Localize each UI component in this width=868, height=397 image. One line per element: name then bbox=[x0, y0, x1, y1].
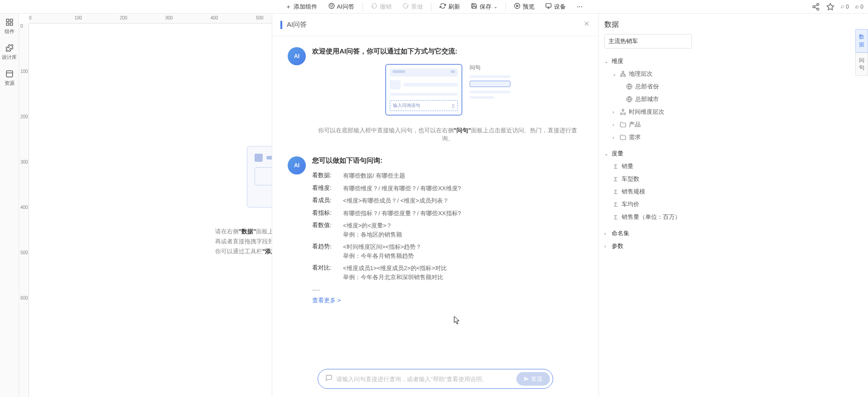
ruler-tick: 600 bbox=[20, 295, 28, 300]
more-button[interactable]: ⋯ bbox=[572, 1, 587, 12]
tree-item-label: 销售量（单位：百万） bbox=[622, 213, 681, 221]
parameters-header[interactable]: › 参数 bbox=[604, 240, 692, 252]
chevron-down-icon: ⌄ bbox=[613, 72, 617, 77]
sigma-icon: Σ bbox=[613, 201, 619, 208]
svg-point-8 bbox=[817, 3, 819, 5]
measure-model-count[interactable]: Σ 车型数 bbox=[604, 173, 692, 185]
header-accent-bar bbox=[280, 21, 282, 29]
device-button[interactable]: 设备 bbox=[541, 1, 570, 13]
undo-icon bbox=[371, 3, 378, 10]
save-label: 保存 bbox=[480, 3, 491, 11]
dim-hq-city[interactable]: 总部城市 bbox=[604, 93, 692, 106]
ai-illustration: 输入问询语句▯ 问句 bbox=[312, 64, 583, 116]
save-button[interactable]: 保存 ⌄ bbox=[466, 1, 502, 13]
star-icon[interactable] bbox=[826, 3, 834, 11]
svg-rect-16 bbox=[6, 23, 9, 25]
measures-header[interactable]: ⌄ 度量 bbox=[604, 147, 692, 160]
dim-product[interactable]: › 产品 bbox=[604, 118, 692, 131]
toolbar-separator bbox=[505, 3, 506, 11]
sigma-icon: Σ bbox=[613, 176, 619, 182]
chevron-down-icon: ⌄ bbox=[494, 4, 497, 9]
measures-section: ⌄ 度量 Σ 销量 Σ 车型数 Σ 销售规模 Σ 车均价 Σ 销售量（单位：百万… bbox=[604, 147, 692, 223]
close-button[interactable] bbox=[583, 20, 590, 29]
drop-zone[interactable]: 拖入字段 bbox=[255, 167, 272, 185]
ai-query-input[interactable] bbox=[336, 376, 516, 382]
measure-sales[interactable]: Σ 销量 bbox=[604, 160, 692, 173]
parameters-label: 参数 bbox=[612, 242, 623, 250]
dimensions-header[interactable]: ⌄ 维度 bbox=[604, 55, 692, 68]
chevron-right-icon: › bbox=[613, 110, 617, 115]
refresh-button[interactable]: 刷新 bbox=[435, 1, 465, 13]
chevron-right-icon: › bbox=[613, 122, 617, 127]
ruler-tick: 200 bbox=[20, 114, 28, 119]
measure-sales-volume[interactable]: Σ 销售量（单位：百万） bbox=[604, 211, 692, 223]
svg-point-1 bbox=[330, 5, 331, 5]
tree-item-label: 车型数 bbox=[622, 175, 639, 183]
ai-qa-button[interactable]: AI问答 bbox=[324, 1, 358, 13]
svg-rect-14 bbox=[6, 19, 9, 21]
sidebar-item-label: 资源 bbox=[5, 80, 15, 87]
ai-example-row: 看维度:有哪些维度？/ 维度有哪些？/ 有哪些XX维度? bbox=[312, 184, 583, 193]
canvas-inner[interactable]: 拖入字段 请在右侧"数据"面板上勾选字段，或者拖拽字段到这里生成图形组件上，再或… bbox=[29, 24, 272, 397]
share-icon[interactable] bbox=[812, 3, 820, 11]
illustration-input-label: 输入问询语句 bbox=[393, 102, 420, 109]
tree-item-label: 销量 bbox=[622, 162, 633, 170]
send-button[interactable]: 发送 bbox=[516, 372, 550, 386]
ai-example-row: 看指标:有哪些指标？/ 有哪些度量？/ 有哪些XX指标? bbox=[312, 209, 583, 218]
right-tab-query[interactable]: 问句 bbox=[855, 53, 868, 76]
ruler-tick: 500 bbox=[256, 15, 264, 20]
sidebar-item-design-lib[interactable]: 设计库 bbox=[0, 39, 19, 65]
comment-count: 0 bbox=[846, 4, 849, 10]
svg-marker-4 bbox=[516, 5, 518, 7]
measure-avg-price[interactable]: Σ 车均价 bbox=[604, 198, 692, 211]
ruler-tick: 0 bbox=[20, 24, 23, 29]
placeholder-icon bbox=[255, 154, 263, 162]
tree-item-label: 销售规模 bbox=[622, 188, 645, 196]
save-icon bbox=[471, 3, 477, 10]
right-tab-data[interactable]: 数据 bbox=[855, 29, 868, 53]
like-icon[interactable]: 0 bbox=[855, 3, 863, 11]
data-source-select[interactable]: 主流热销车 bbox=[604, 34, 692, 48]
ruler-vertical: 0 100 200 300 400 500 600 bbox=[19, 24, 29, 397]
svg-rect-5 bbox=[546, 4, 551, 7]
sigma-icon: Σ bbox=[613, 189, 619, 195]
undo-button[interactable]: 撤销 bbox=[367, 1, 396, 13]
dimensions-label: 维度 bbox=[612, 57, 623, 65]
ai-qa-label: AI问答 bbox=[337, 3, 354, 11]
svg-point-10 bbox=[817, 8, 819, 10]
canvas-area: 0 100 200 300 400 500 0 100 200 300 400 … bbox=[19, 14, 272, 397]
globe-icon bbox=[626, 96, 633, 102]
dim-geo-hierarchy[interactable]: ⌄ 地理层次 bbox=[604, 68, 692, 80]
sidebar-item-resources[interactable]: 资源 bbox=[0, 65, 19, 91]
ellipsis: ..... bbox=[312, 285, 583, 292]
close-icon bbox=[583, 20, 590, 27]
add-component-button[interactable]: ＋ 添加组件 bbox=[281, 1, 322, 13]
ai-icon bbox=[328, 3, 334, 10]
tree-item-label: 时间维度层次 bbox=[629, 108, 664, 116]
preview-button[interactable]: 预览 bbox=[510, 1, 539, 13]
named-sets-header[interactable]: › 命名集 bbox=[604, 227, 692, 240]
tree-item-label: 需求 bbox=[629, 133, 641, 141]
hierarchy-icon bbox=[620, 109, 626, 115]
ai-example-row: 看成员:<维度>有哪些成员？/ <维度>成员列表？ bbox=[312, 196, 583, 205]
dim-hq-province[interactable]: 总部省份 bbox=[604, 80, 692, 93]
top-toolbar: ＋ 添加组件 AI问答 撤销 重做 刷新 bbox=[0, 0, 868, 14]
ai-panel-body: AI 欢迎使用AI问答，你可以通过如下方式与它交流: 输入问询语句▯ 问句 bbox=[272, 36, 598, 370]
ai-avatar-icon: AI bbox=[288, 47, 306, 65]
see-more-link[interactable]: 查看更多 > bbox=[312, 296, 583, 305]
measure-sales-scale[interactable]: Σ 销售规模 bbox=[604, 185, 692, 198]
folder-icon bbox=[620, 134, 626, 140]
sigma-icon: Σ bbox=[613, 214, 619, 220]
sidebar-item-components[interactable]: 组件 bbox=[0, 14, 19, 39]
ruler-tick: 300 bbox=[165, 15, 173, 20]
ruler-horizontal: 0 100 200 300 400 500 bbox=[29, 14, 272, 24]
dim-time-hierarchy[interactable]: › 时间维度层次 bbox=[604, 106, 692, 118]
svg-rect-34 bbox=[621, 113, 623, 115]
comment-icon[interactable]: 0 bbox=[841, 3, 849, 11]
dim-demand[interactable]: › 需求 bbox=[604, 131, 692, 144]
redo-button[interactable]: 重做 bbox=[398, 1, 427, 13]
svg-rect-22 bbox=[622, 71, 624, 73]
left-sidebar: 组件 设计库 资源 bbox=[0, 14, 19, 397]
svg-rect-35 bbox=[624, 113, 626, 115]
ai-examples-title: 您可以做如下语句问询: bbox=[312, 156, 583, 165]
